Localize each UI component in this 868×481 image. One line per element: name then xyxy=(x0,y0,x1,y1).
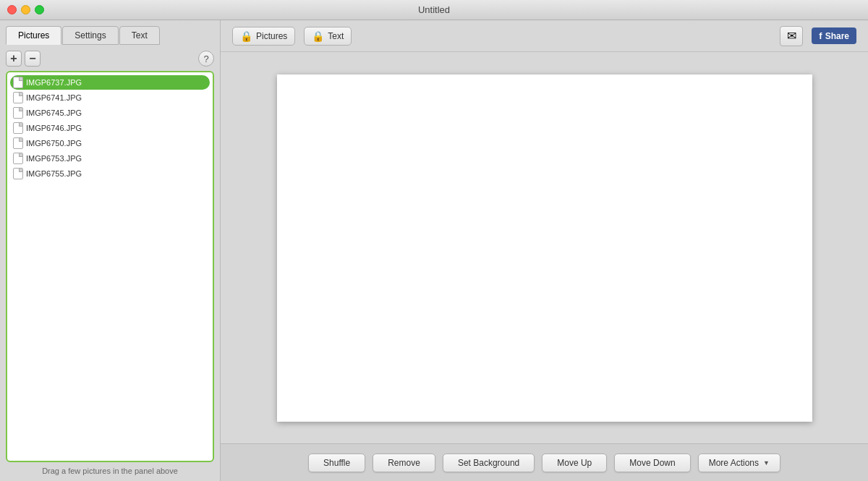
move-down-button[interactable]: Move Down xyxy=(614,454,690,472)
remove-button[interactable]: Remove xyxy=(373,454,435,472)
list-toolbar: + − ? xyxy=(6,51,214,67)
list-item[interactable]: IMGP6741.JPG xyxy=(10,90,210,105)
list-item[interactable]: IMGP6745.JPG xyxy=(10,106,210,120)
more-actions-label: More Actions xyxy=(709,458,759,468)
list-item[interactable]: IMGP6755.JPG xyxy=(10,166,210,181)
file-icon xyxy=(13,77,23,88)
tab-pictures[interactable]: Pictures xyxy=(6,26,61,45)
email-icon: ✉ xyxy=(787,29,796,43)
maximize-button[interactable] xyxy=(35,5,44,14)
list-item-label: IMGP6750.JPG xyxy=(26,139,82,148)
list-item-label: IMGP6737.JPG xyxy=(26,78,82,87)
drag-hint: Drag a few pictures in the panel above xyxy=(6,467,214,475)
preview-canvas xyxy=(277,75,812,422)
shuffle-button[interactable]: Shuffle xyxy=(308,454,365,472)
move-up-button[interactable]: Move Up xyxy=(542,454,607,472)
set-background-button[interactable]: Set Background xyxy=(443,454,535,472)
window-title: Untitled xyxy=(418,4,450,15)
help-button[interactable]: ? xyxy=(198,51,214,67)
file-icon xyxy=(13,168,23,179)
list-item[interactable]: IMGP6746.JPG xyxy=(10,121,210,135)
title-bar-buttons xyxy=(7,5,44,14)
tab-text[interactable]: Text xyxy=(119,26,160,45)
list-item[interactable]: IMGP6750.JPG xyxy=(10,136,210,150)
share-button[interactable]: f Share xyxy=(812,27,856,44)
dropdown-arrow-icon: ▼ xyxy=(763,459,770,467)
share-label: Share xyxy=(825,31,849,41)
file-icon xyxy=(13,122,23,134)
bottom-bar: Shuffle Remove Set Background Move Up Mo… xyxy=(221,443,868,481)
minimize-button[interactable] xyxy=(21,5,30,14)
list-item-label: IMGP6755.JPG xyxy=(26,169,82,178)
remove-list-button[interactable]: − xyxy=(25,51,41,67)
file-icon xyxy=(13,137,23,149)
tab-bar: Pictures Settings Text xyxy=(6,26,214,45)
list-item-label: IMGP6746.JPG xyxy=(26,124,82,132)
text-view-label: Text xyxy=(328,31,344,41)
close-button[interactable] xyxy=(7,5,17,14)
preview-area xyxy=(221,52,868,443)
picture-list[interactable]: IMGP6737.JPGIMGP6741.JPGIMGP6745.JPGIMGP… xyxy=(6,71,214,462)
top-toolbar: 🔒 Pictures 🔒 Text ✉ f Share xyxy=(221,20,868,52)
text-view-button[interactable]: 🔒 Text xyxy=(304,27,352,46)
lock-pictures-icon: 🔒 xyxy=(240,30,252,42)
lock-text-icon: 🔒 xyxy=(312,30,324,42)
file-icon xyxy=(13,153,23,164)
list-item-label: IMGP6753.JPG xyxy=(26,154,82,163)
list-item[interactable]: IMGP6737.JPG xyxy=(10,75,210,90)
more-actions-button[interactable]: More Actions ▼ xyxy=(698,454,780,472)
email-button[interactable]: ✉ xyxy=(780,26,803,46)
pictures-view-button[interactable]: 🔒 Pictures xyxy=(232,27,295,46)
right-panel: 🔒 Pictures 🔒 Text ✉ f Share Shuffle Remo… xyxy=(221,20,868,481)
file-icon xyxy=(13,107,23,119)
file-icon xyxy=(13,92,23,103)
title-bar: Untitled xyxy=(0,0,868,20)
tab-settings[interactable]: Settings xyxy=(62,26,118,45)
main-container: Pictures Settings Text + − ? IMGP6737.JP… xyxy=(0,20,868,481)
list-item[interactable]: IMGP6753.JPG xyxy=(10,151,210,166)
list-item-label: IMGP6741.JPG xyxy=(26,93,82,102)
add-button[interactable]: + xyxy=(6,51,22,67)
list-item-label: IMGP6745.JPG xyxy=(26,108,82,117)
pictures-view-label: Pictures xyxy=(256,31,287,41)
facebook-icon: f xyxy=(819,30,822,41)
left-panel: Pictures Settings Text + − ? IMGP6737.JP… xyxy=(0,20,221,481)
